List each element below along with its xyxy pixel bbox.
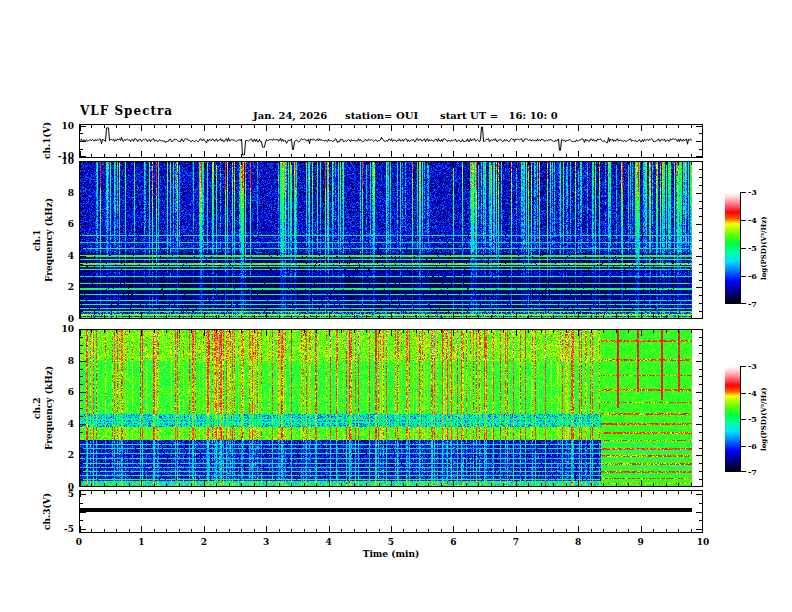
ch1-spectrogram-frequency-label: Frequency (kHz): [43, 161, 54, 319]
ch2-spectrogram-channel-label: ch.2: [31, 329, 42, 487]
colorbar-ch2: [725, 366, 747, 472]
header-date: Jan. 24, 2026: [253, 110, 327, 121]
y-tick-label: 8: [68, 356, 74, 366]
vlf-spectra-figure: VLF Spectra Jan. 24, 2026 station= OUI s…: [0, 0, 792, 612]
ch2-spectrogram-plot: [79, 329, 703, 487]
ch2-spectrogram-frequency-label: Frequency (kHz): [43, 329, 54, 487]
header-station: station= OUI: [345, 110, 418, 121]
colorbar-tick-label: -4: [748, 215, 757, 225]
ch1-voltage-axis-label: ch.1(V): [41, 124, 52, 158]
y-tick-label: 2: [68, 450, 74, 460]
y-tick-label: -5: [64, 524, 74, 534]
ch3-voltage-axis-label: ch.3(V): [41, 490, 52, 533]
colorbar-tick-label: -6: [748, 271, 757, 281]
ch1-spectrogram-channel-label: ch.1: [31, 161, 42, 319]
ch1-spectrogram-plot: [79, 161, 703, 319]
colorbar-ch1-title: log(PSD)(V²/Hz): [758, 192, 768, 304]
time-tick-label: 9: [637, 537, 643, 547]
colorbar-tick-label: -7: [748, 299, 757, 309]
colorbar-tick-label: -3: [748, 361, 757, 371]
ch1-voltage-ytick-labels: 10-10: [54, 124, 76, 158]
colorbar-tick-label: -6: [748, 441, 757, 451]
time-tick-label: 8: [575, 537, 581, 547]
y-tick-label: 4: [68, 419, 74, 429]
colorbar-tick-label: -5: [748, 414, 757, 424]
y-tick-label: 10: [61, 156, 74, 166]
time-tick-label: 2: [201, 537, 207, 547]
time-axis-tick-labels: 012345678910: [79, 537, 703, 549]
colorbar-tick-label: -7: [748, 467, 757, 477]
time-tick-label: 3: [263, 537, 269, 547]
y-tick-label: 6: [68, 219, 74, 229]
y-tick-label: 10: [61, 324, 74, 334]
time-tick-label: 10: [697, 537, 710, 547]
y-tick-label: 10: [61, 121, 74, 131]
ch2-spectrogram-ytick-labels: 0246810: [54, 329, 76, 487]
y-tick-label: 2: [68, 282, 74, 292]
ch3-voltage-ytick-labels: 5-5: [54, 490, 76, 533]
time-tick-label: 7: [513, 537, 519, 547]
y-tick-label: 8: [68, 188, 74, 198]
ch1-voltage-waveform-plot: [79, 124, 703, 158]
time-tick-label: 1: [138, 537, 144, 547]
y-tick-label: 6: [68, 387, 74, 397]
ch3-voltage-plot: [79, 490, 703, 533]
time-axis-title: Time (min): [79, 549, 703, 559]
colorbar-tick-label: -4: [748, 388, 757, 398]
colorbar-ch1: [725, 192, 747, 304]
header-start-ut: start UT = 16: 10: 0: [440, 110, 558, 121]
y-tick-label: 5: [68, 489, 74, 499]
ch1-spectrogram-ytick-labels: 0246810: [54, 161, 76, 319]
colorbar-tick-label: -5: [748, 243, 757, 253]
page-title: VLF Spectra: [80, 104, 173, 118]
time-tick-label: 6: [450, 537, 456, 547]
colorbar-tick-label: -3: [748, 187, 757, 197]
time-tick-label: 4: [325, 537, 331, 547]
time-tick-label: 0: [76, 537, 82, 547]
colorbar-ch2-title: log(PSD)(V²/Hz): [758, 366, 768, 472]
time-tick-label: 5: [388, 537, 394, 547]
y-tick-label: 4: [68, 251, 74, 261]
y-tick-label: 0: [68, 314, 74, 324]
